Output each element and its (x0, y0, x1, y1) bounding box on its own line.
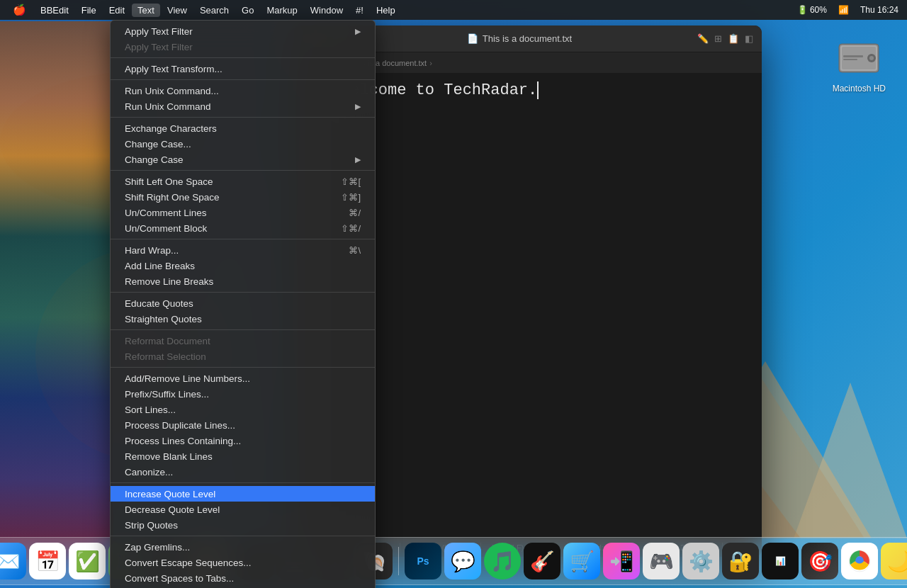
dock-gamecontroller[interactable]: 🎮 (643, 543, 680, 579)
window-toolbar-panel[interactable]: 📋 (728, 33, 739, 44)
window-toolbar-edit[interactable]: ✏️ (697, 33, 709, 44)
menu-separator (111, 57, 375, 58)
menu-item-zap-gremlins[interactable]: Zap Gremlins... (111, 539, 375, 555)
submenu-arrow: ▶ (355, 155, 361, 164)
menu-item-label: Process Duplicate Lines... (125, 420, 361, 431)
menu-item-add-remove-line-numbers[interactable]: Add/Remove Line Numbers... (111, 371, 375, 386)
svg-rect-9 (843, 55, 863, 57)
menu-item-remove-line-breaks[interactable]: Remove Line Breaks (111, 273, 375, 289)
menubar-clock: Thu 16:24 (857, 4, 901, 16)
menubar-search[interactable]: Search (194, 4, 235, 17)
menu-item-run-unix-command-dots[interactable]: Run Unix Command... (111, 83, 375, 98)
menu-item-label: Apply Text Filter (125, 26, 349, 37)
dock-chrome[interactable] (841, 543, 878, 579)
editor-area[interactable]: Welcome to TechRadar. (329, 74, 762, 537)
menu-item-label: Add Line Breaks (125, 261, 361, 271)
cursor (537, 81, 539, 99)
dock-calendar[interactable]: 📅 (29, 543, 66, 579)
submenu-arrow: ▶ (355, 102, 361, 111)
menu-item-convert-spaces-to-tabs[interactable]: Convert Spaces to Tabs... (111, 570, 375, 586)
menu-item-label: Sort Lines... (125, 405, 361, 415)
dock-istatmenus[interactable]: 📊 (762, 543, 799, 579)
window-toolbar-view[interactable]: ⊞ (714, 33, 722, 44)
menu-item-uncomment-block[interactable]: Un/Comment Block ⇧⌘/ (111, 220, 375, 236)
menubar-bbedit[interactable]: BBEdit (35, 4, 74, 17)
menu-item-label: Exchange Characters (125, 123, 361, 134)
dock-mail[interactable]: ✉️ (0, 543, 26, 579)
menu-item-change-case-dots[interactable]: Change Case... (111, 136, 375, 152)
macintosh-hd-icon[interactable]: Macintosh HD (833, 35, 886, 94)
menu-item-straighten-quotes[interactable]: Straighten Quotes (111, 311, 375, 327)
menu-item-label: Convert Escape Sequences... (125, 558, 361, 568)
menu-item-label: Change Case... (125, 139, 361, 149)
menu-item-label: Reformat Document (125, 336, 361, 346)
menu-item-increase-quote-level[interactable]: Increase Quote Level (111, 486, 375, 502)
menubar-file[interactable]: File (76, 4, 102, 17)
menu-item-label: Convert Spaces to Tabs... (125, 573, 361, 584)
dock-bbedit2[interactable]: 🎯 (801, 543, 838, 579)
dock-security[interactable]: 🔐 (722, 543, 759, 579)
shortcut: ⌘/ (349, 208, 361, 218)
menu-item-label: Zap Gremlins... (125, 542, 361, 553)
menu-item-apply-text-filter[interactable]: Apply Text Filter ▶ (111, 23, 375, 39)
menu-item-label: Reformat Selection (125, 351, 361, 362)
dock-ios-app[interactable]: 📲 (603, 543, 640, 579)
menu-item-apply-text-transform[interactable]: Apply Text Transform... (111, 61, 375, 77)
menu-item-educate-quotes[interactable]: Educate Quotes (111, 295, 375, 311)
menu-item-change-case[interactable]: Change Case ▶ (111, 152, 375, 167)
dock-reminders[interactable]: ✅ (69, 543, 106, 579)
menu-item-sort-lines[interactable]: Sort Lines... (111, 402, 375, 417)
menu-item-add-line-breaks[interactable]: Add Line Breaks (111, 258, 375, 273)
menu-item-prefix-suffix-lines[interactable]: Prefix/Suffix Lines... (111, 386, 375, 402)
menu-separator (111, 170, 375, 171)
dock-appstore[interactable]: 🛒 (563, 543, 600, 579)
shortcut: ⇧⌘] (341, 192, 361, 203)
menu-item-label: Hard Wrap... (125, 245, 349, 256)
menubar-left: 🍎 BBEdit File Edit Text View Search Go M… (6, 2, 401, 18)
menubar-go[interactable]: Go (236, 4, 259, 17)
dock-darkmode[interactable]: 🌙 (881, 543, 907, 579)
menu-item-label: Shift Left One Space (125, 176, 341, 187)
menubar-markup[interactable]: Markup (261, 4, 303, 17)
menu-separator (111, 482, 375, 483)
menubar-edit[interactable]: Edit (103, 4, 130, 17)
menu-item-process-duplicate-lines[interactable]: Process Duplicate Lines... (111, 417, 375, 433)
menu-item-reformat-document: Reformat Document (111, 333, 375, 349)
menu-item-label: Change Case (125, 154, 349, 165)
shortcut: ⌘\ (349, 245, 361, 256)
path-chevron: › (429, 59, 432, 67)
menu-separator (111, 292, 375, 293)
menu-item-convert-escape-sequences[interactable]: Convert Escape Sequences... (111, 555, 375, 570)
menu-item-label: Straighten Quotes (125, 314, 361, 324)
menu-item-process-lines-containing[interactable]: Process Lines Containing... (111, 433, 375, 448)
menu-item-shift-left[interactable]: Shift Left One Space ⇧⌘[ (111, 174, 375, 189)
menu-separator (111, 367, 375, 368)
menu-item-uncomment-lines[interactable]: Un/Comment Lines ⌘/ (111, 205, 375, 220)
window-toolbar-sidebar[interactable]: ◧ (745, 33, 753, 44)
menu-item-run-unix-command[interactable]: Run Unix Command ▶ (111, 98, 375, 114)
menubar-right: 🔋 60% 📶 Thu 16:24 (794, 4, 901, 16)
macintosh-hd-label: Macintosh HD (833, 84, 886, 94)
dock-spotify[interactable]: 🎵 (484, 543, 521, 579)
menubar-text[interactable]: Text (132, 4, 160, 17)
shortcut: ⇧⌘/ (341, 223, 361, 234)
menu-item-strip-quotes[interactable]: Strip Quotes (111, 517, 375, 533)
menubar-window[interactable]: Window (305, 4, 349, 17)
menubar-help[interactable]: Help (371, 4, 401, 17)
menu-item-shift-right[interactable]: Shift Right One Space ⇧⌘] (111, 189, 375, 205)
dock-messages[interactable]: 💬 (444, 543, 481, 579)
apple-menu[interactable]: 🍎 (6, 2, 33, 18)
dock-photoshop[interactable]: Ps (405, 543, 441, 579)
dock-settings[interactable]: ⚙️ (682, 543, 719, 579)
menubar-shebang[interactable]: #! (350, 4, 369, 17)
menu-item-hard-wrap[interactable]: Hard Wrap... ⌘\ (111, 242, 375, 258)
menu-item-decrease-quote-level[interactable]: Decrease Quote Level (111, 502, 375, 517)
menubar-view[interactable]: View (162, 4, 193, 17)
menu-item-label: Increase Quote Level (125, 489, 361, 499)
shortcut: ⇧⌘[ (341, 176, 361, 187)
dock-garageband[interactable]: 🎸 (524, 543, 560, 579)
menu-item-exchange-characters[interactable]: Exchange Characters (111, 120, 375, 136)
menu-item-canonize[interactable]: Canonize... (111, 464, 375, 480)
menu-item-label: Remove Line Breaks (125, 276, 361, 287)
menu-item-remove-blank-lines[interactable]: Remove Blank Lines (111, 448, 375, 464)
